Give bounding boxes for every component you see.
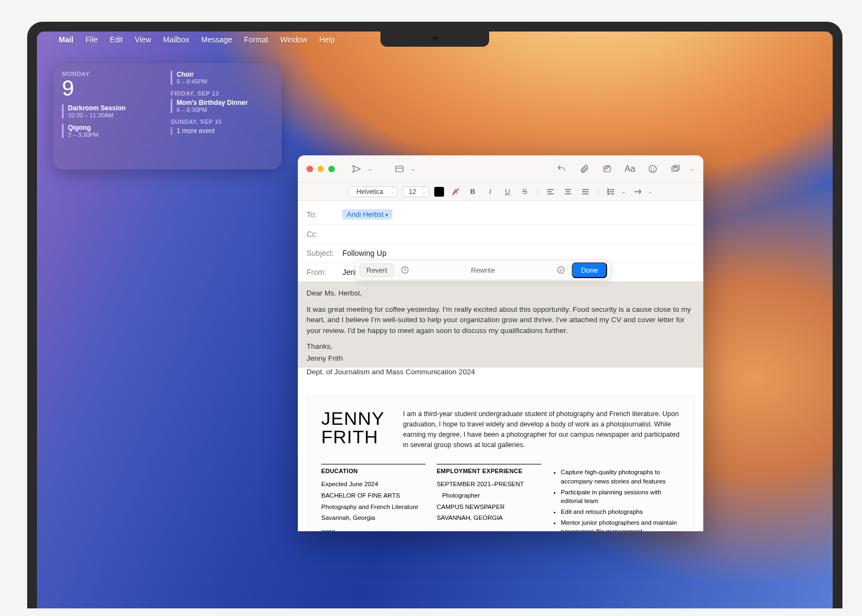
format-text-icon[interactable]: Aa (622, 161, 638, 177)
cc-label: Cc: (307, 230, 337, 238)
resume-text: SEPTEMBER 2021–PRESENT (436, 480, 541, 489)
to-row[interactable]: To: Andi Herbst (307, 204, 695, 225)
widget-event-time: 2 – 3:30PM (68, 131, 160, 138)
resume-text: SAVANNAH, GEORGIA (436, 513, 541, 523)
send-dropdown-icon[interactable]: ⌄ (367, 165, 372, 172)
font-family-select[interactable]: Helvetica (348, 186, 397, 197)
resume-bullet: Mentor junior photographers and maintain… (561, 518, 680, 531)
italic-button[interactable]: I (484, 186, 496, 198)
body-greeting: Dear Ms. Herbst, (307, 288, 695, 299)
menu-window[interactable]: Window (280, 35, 307, 44)
text-highlight-button[interactable]: A (449, 186, 461, 198)
widget-more-events: 1 more event (171, 127, 273, 135)
emoji-icon[interactable] (645, 161, 660, 177)
body-thanks: Thanks, (307, 341, 695, 352)
markup-icon[interactable] (599, 161, 615, 177)
resume-bullet: Participate in planning sessions with ed… (561, 488, 680, 506)
menu-edit[interactable]: Edit (110, 35, 123, 44)
desktop-screen: Mail File Edit View Mailbox Message Form… (37, 32, 833, 608)
from-label: From: (307, 268, 337, 276)
svg-point-4 (651, 168, 652, 168)
photo-browser-icon[interactable] (668, 161, 683, 177)
indent-dropdown-icon[interactable]: ⌄ (648, 188, 653, 195)
text-color-swatch[interactable] (434, 187, 444, 197)
resume-first-name: JENNY (321, 409, 384, 428)
resume-edu-heading: EDUCATION (321, 468, 426, 474)
resume-attachment: JENNY FRITH I am a third-year student un… (307, 395, 695, 531)
widget-event: Darkroom Session 10:30 – 11:30AM (62, 104, 160, 118)
revert-button[interactable]: Revert (359, 263, 394, 277)
resume-text: BACHELOR OF FINE ARTS (321, 491, 426, 500)
send-icon[interactable] (349, 161, 364, 177)
align-left-button[interactable] (545, 186, 557, 198)
svg-rect-0 (396, 166, 403, 172)
widget-event-time: 10:30 – 11:30AM (68, 112, 160, 118)
bold-button[interactable]: B (467, 186, 479, 198)
body-sig-dept: Dept. of Journalism and Mass Communicati… (298, 368, 703, 386)
titlebar: ⌄ ⌄ Aa (298, 155, 703, 183)
menu-mailbox[interactable]: Mailbox (163, 35, 189, 44)
svg-point-19 (608, 191, 609, 192)
svg-point-5 (654, 168, 654, 168)
traffic-lights (307, 166, 335, 172)
rewrite-selection: Dear Ms. Herbst, It was great meeting fo… (298, 281, 703, 368)
recipient-chip[interactable]: Andi Herbst (342, 209, 392, 219)
subject-value: Following Up (342, 249, 386, 257)
resume-text: Photographer (436, 491, 541, 500)
app-name[interactable]: Mail (59, 35, 73, 44)
widget-event: Choir 8 – 8:45PM (171, 71, 273, 85)
body-sig-name: Jenny Frith (307, 353, 695, 364)
resume-last-name: FRITH (321, 428, 384, 446)
attach-icon[interactable] (577, 161, 592, 177)
header-fields-icon[interactable] (392, 161, 407, 177)
underline-button[interactable]: U (502, 186, 514, 198)
menu-view[interactable]: View (135, 35, 151, 44)
menu-format[interactable]: Format (244, 35, 268, 44)
widget-event-time: 8 – 8:45PM (177, 78, 273, 85)
minimize-icon[interactable] (317, 166, 324, 172)
menu-help[interactable]: Help (319, 35, 335, 44)
resume-bullets: Capture high-quality photographs to acco… (552, 468, 680, 531)
resume-text: Savannah, Georgia (321, 513, 426, 523)
widget-event: Qigong 2 – 3:30PM (62, 124, 160, 138)
to-label: To: (307, 210, 337, 219)
cc-row[interactable]: Cc: (307, 225, 695, 244)
menu-file[interactable]: File (85, 35, 98, 44)
resume-text: 2023 (321, 528, 426, 531)
align-justify-button[interactable] (579, 186, 591, 198)
zoom-icon[interactable] (328, 166, 335, 172)
svg-point-20 (608, 193, 609, 194)
photo-dropdown-icon[interactable]: ⌄ (690, 165, 695, 172)
resume-bullet: Edit and retouch photographs (561, 507, 680, 517)
resume-text: Expected June 2024 (321, 480, 426, 489)
widget-event-name: Darkroom Session (68, 104, 160, 112)
message-body[interactable]: Dear Ms. Herbst, It was great meeting fo… (298, 281, 703, 531)
done-button[interactable]: Done (572, 262, 607, 278)
menu-message[interactable]: Message (201, 35, 232, 44)
close-icon[interactable] (307, 166, 313, 172)
mail-compose-window: ⌄ ⌄ Aa (298, 155, 703, 531)
resume-text: Photography and French Literature (321, 502, 426, 512)
svg-point-18 (608, 189, 609, 190)
list-dropdown-icon[interactable]: ⌄ (621, 188, 626, 195)
widget-subday: FRIDAY, SEP 13 (171, 90, 273, 97)
strikethrough-button[interactable]: S (519, 186, 531, 198)
calendar-widget[interactable]: MONDAY 9 Darkroom Session 10:30 – 11:30A… (53, 63, 282, 169)
rewrite-bar: Revert Rewrite Done (355, 260, 611, 280)
format-bar: Helvetica 12 A B I U S ⌄ ⌄ (298, 183, 703, 201)
align-center-button[interactable] (562, 186, 574, 198)
indent-button[interactable] (632, 186, 644, 198)
list-button[interactable] (605, 186, 617, 198)
svg-point-8 (675, 166, 676, 167)
body-paragraph: It was great meeting for coffee yesterda… (307, 304, 695, 336)
font-size-select[interactable]: 12 (403, 186, 428, 197)
laptop-frame: Mail File Edit View Mailbox Message Form… (27, 22, 842, 608)
rewrite-cycle-icon[interactable] (554, 263, 567, 276)
rewrite-label: Rewrite (416, 266, 550, 274)
widget-event-time: 6 – 8:30PM (177, 106, 273, 113)
widget-event: Mom's Birthday Dinner 6 – 8:30PM (171, 99, 273, 113)
resume-bio: I am a third-year student undergraduate … (403, 409, 680, 450)
header-fields-dropdown-icon[interactable]: ⌄ (410, 165, 415, 172)
reply-icon[interactable] (554, 161, 569, 177)
revert-clock-icon[interactable] (398, 263, 411, 276)
